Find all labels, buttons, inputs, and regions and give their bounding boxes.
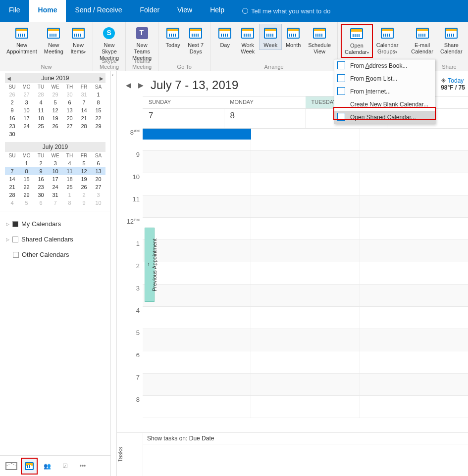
mini-cal-day[interactable]: 1 [62,191,77,199]
from-room-list-item[interactable]: From Room List... [334,72,435,85]
tasks-body[interactable]: Show tasks on: Due Date [143,433,468,476]
mini-cal-day[interactable]: 7 [5,167,19,175]
mini-cal-day[interactable]: 27 [19,91,34,98]
other-calendars-node[interactable]: Other Calendars [6,247,104,262]
time-slot[interactable] [360,374,468,395]
tasks-nav-icon[interactable]: ☑ [57,459,72,474]
mini-cal-day[interactable]: 10 [19,106,34,114]
mini-cal-day[interactable]: 30 [5,130,19,138]
my-calendars-node[interactable]: ▷My Calendars [6,216,104,232]
time-slot[interactable] [360,218,468,239]
tab-home[interactable]: Home [29,0,66,22]
time-slot[interactable] [251,285,359,306]
today-button[interactable]: Today [161,24,184,50]
prev-month-icon[interactable]: ◀ [7,76,11,81]
time-slot[interactable] [360,240,468,262]
mini-cal-day[interactable]: 13 [91,167,105,175]
mini-cal-day[interactable]: 28 [34,91,48,98]
time-slot[interactable] [143,151,251,173]
mini-cal-day[interactable]: 12 [77,167,91,175]
mini-cal-day[interactable]: 9 [34,167,48,175]
mini-cal-day[interactable]: 22 [91,114,105,122]
work-week-button[interactable]: Work Week [236,24,259,56]
time-slot[interactable] [251,218,359,239]
publish-online-button[interactable]: Publish Online▾ [466,24,468,57]
mini-cal-day[interactable]: 27 [62,122,77,130]
mini-cal-day[interactable]: 23 [34,183,48,191]
next-7-days-button[interactable]: Next 7 Days [184,24,207,56]
mini-cal-day[interactable]: 2 [77,191,91,199]
mini-cal-day[interactable]: 30 [62,91,77,98]
tab-file[interactable]: File [0,0,29,22]
mini-cal-day[interactable]: 16 [5,114,19,122]
mini-cal-day[interactable]: 9 [5,106,19,114]
mini-cal-day[interactable]: 28 [5,191,19,199]
time-slot[interactable] [360,307,468,329]
next-week-button[interactable]: ▶ [138,81,144,89]
mini-cal-day[interactable]: 24 [48,183,62,191]
time-slot[interactable] [251,329,359,351]
time-slot[interactable] [360,173,468,195]
mini-cal-day[interactable]: 15 [91,106,105,114]
mini-cal-day[interactable] [5,159,19,167]
time-slot[interactable] [143,173,251,195]
time-slot[interactable] [251,173,359,195]
time-slot[interactable] [251,240,359,262]
mini-cal-day[interactable]: 16 [34,175,48,183]
time-slot[interactable] [143,307,251,329]
tell-me-search[interactable]: Tell me what you want to do [233,0,330,22]
tab-view[interactable]: View [168,0,201,22]
time-slot[interactable] [360,151,468,173]
mini-cal-day[interactable] [48,130,62,138]
mini-cal-day[interactable]: 7 [77,98,91,106]
mini-cal-day[interactable]: 20 [62,114,77,122]
time-slot[interactable] [251,307,359,329]
new-teams-meeting-button[interactable]: New Teams Meeting [129,24,155,63]
mini-cal-day[interactable]: 18 [34,114,48,122]
mini-cal-day[interactable]: 10 [91,199,105,207]
month-view-button[interactable]: Month [282,24,305,50]
time-slot[interactable] [143,329,251,351]
time-slot[interactable] [251,151,359,173]
new-appointment-button[interactable]: New Appointment [3,24,41,56]
mini-cal-day[interactable]: 14 [77,106,91,114]
calendar-groups-button[interactable]: Calendar Groups▾ [373,24,402,57]
tab-send-receive[interactable]: Send / Receive [66,0,131,22]
mini-cal-day[interactable]: 28 [77,122,91,130]
mini-cal-day[interactable]: 25 [62,183,77,191]
time-slot[interactable] [143,195,251,217]
weather-widget[interactable]: ☀ Today98°F / 75 [441,77,465,91]
time-slot[interactable] [251,351,359,373]
mini-cal-day[interactable]: 5 [19,199,34,207]
share-calendar-button[interactable]: Share Calendar [437,24,466,56]
mini-cal-day[interactable]: 17 [48,175,62,183]
time-slot[interactable] [360,351,468,373]
mini-cal-day[interactable]: 11 [62,167,77,175]
date-header[interactable]: 7 [143,109,224,128]
mini-cal-day[interactable]: 7 [48,199,62,207]
mini-cal-day[interactable]: 24 [19,122,34,130]
schedule-view-button[interactable]: Schedule View [305,24,334,56]
time-slot[interactable] [143,218,251,239]
time-slot[interactable] [251,129,359,150]
mini-cal-day[interactable]: 26 [48,122,62,130]
mini-cal-day[interactable]: 5 [48,98,62,106]
new-skype-meeting-button[interactable]: New Skype Meeting [96,24,122,63]
email-calendar-button[interactable]: E-mail Calendar [408,24,437,56]
mini-cal-day[interactable]: 13 [62,106,77,114]
mini-cal-day[interactable]: 3 [19,98,34,106]
mini-cal-day[interactable]: 11 [34,106,48,114]
mini-cal-day[interactable]: 29 [19,191,34,199]
time-slot[interactable] [360,129,468,150]
time-slot[interactable] [360,329,468,351]
time-slot[interactable] [251,195,359,217]
mini-cal-day[interactable]: 19 [77,175,91,183]
mini-cal-day[interactable]: 21 [77,114,91,122]
time-slot[interactable] [251,396,359,418]
mini-cal-day[interactable]: 10 [48,167,62,175]
mini-cal-day[interactable]: 2 [5,98,19,106]
mini-cal-day[interactable]: 30 [34,191,48,199]
day-view-button[interactable]: Day [213,24,236,50]
next-month-icon[interactable]: ▶ [100,76,104,81]
previous-appointment-tab[interactable]: ←Previous Appointment [145,228,155,302]
